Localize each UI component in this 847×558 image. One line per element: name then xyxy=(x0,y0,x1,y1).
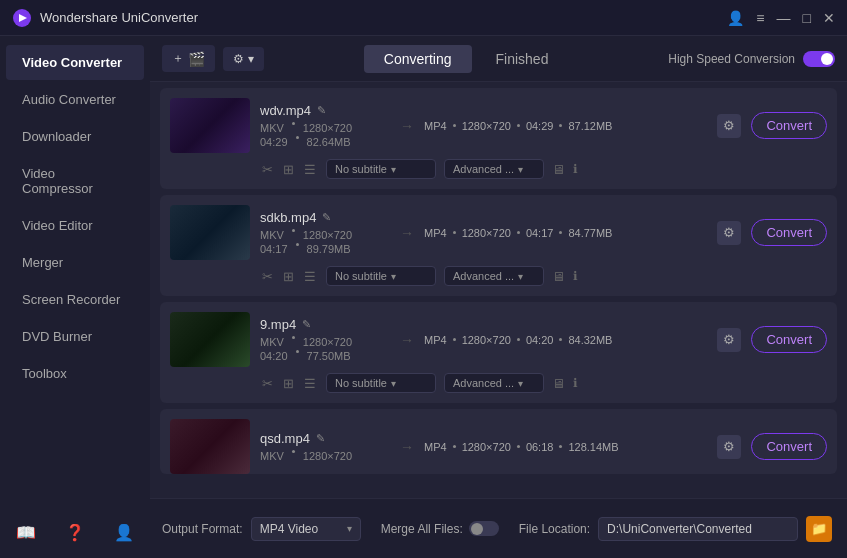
menu-icon[interactable]: ≡ xyxy=(756,10,764,26)
info-icon[interactable]: ℹ xyxy=(573,162,578,176)
src-resolution: 1280×720 xyxy=(303,122,352,134)
user-icon[interactable]: 👤 xyxy=(727,10,744,26)
tab-converting[interactable]: Converting xyxy=(364,45,472,73)
output-format-select[interactable]: MP4 Video ▾ xyxy=(251,517,361,541)
out-format: MP4 xyxy=(424,227,447,239)
sidebar-item-downloader[interactable]: Downloader xyxy=(6,119,144,154)
subtitle-select[interactable]: No subtitle ▾ xyxy=(326,266,436,286)
output-meta: MP4 1280×720 04:17 84.77MB xyxy=(424,227,612,239)
list-icon[interactable]: ☰ xyxy=(302,160,318,179)
arrow-right-icon: → xyxy=(400,118,414,134)
src-duration: 04:20 xyxy=(260,350,288,362)
out-format: MP4 xyxy=(424,334,447,346)
file-location-field: File Location: D:\UniConverter\Converted… xyxy=(519,516,832,542)
file-output: MP4 1280×720 06:18 128.14MB xyxy=(424,441,707,453)
list-icon[interactable]: ☰ xyxy=(302,374,318,393)
sidebar-item-screen-recorder[interactable]: Screen Recorder xyxy=(6,282,144,317)
sidebar-item-video-converter[interactable]: Video Converter xyxy=(6,45,144,80)
cut-icon[interactable]: ✂ xyxy=(260,267,275,286)
high-speed-toggle[interactable] xyxy=(803,51,835,67)
info-icon[interactable]: ℹ xyxy=(573,376,578,390)
sidebar-item-merger[interactable]: Merger xyxy=(6,245,144,280)
minimize-icon[interactable]: — xyxy=(777,10,791,26)
convert-button[interactable]: Convert xyxy=(751,219,827,246)
file-meta: MKV 1280×720 04:29 82.64MB xyxy=(260,122,390,148)
src-size: 82.64MB xyxy=(307,136,351,148)
advanced-select[interactable]: Advanced ... ▾ xyxy=(444,159,544,179)
src-resolution: 1280×720 xyxy=(303,336,352,348)
file-name-row: qsd.mp4 ✎ xyxy=(260,431,390,446)
out-duration: 04:29 xyxy=(526,120,554,132)
output-format-label: Output Format: xyxy=(162,522,243,536)
out-size: 84.32MB xyxy=(568,334,612,346)
files-list: wdv.mp4 ✎ MKV 1280×720 04:29 xyxy=(150,82,847,498)
list-icon[interactable]: ☰ xyxy=(302,267,318,286)
edit-icon[interactable]: ✎ xyxy=(316,432,325,445)
sidebar-item-dvd-burner[interactable]: DVD Burner xyxy=(6,319,144,354)
book-icon[interactable]: 📖 xyxy=(16,523,36,542)
chevron-down-icon: ▾ xyxy=(391,378,396,389)
edit-icon[interactable]: ✎ xyxy=(302,318,311,331)
file-item: wdv.mp4 ✎ MKV 1280×720 04:29 xyxy=(160,88,837,189)
copy-icon[interactable]: ⊞ xyxy=(281,267,296,286)
monitor-icon[interactable]: 🖥 xyxy=(552,162,565,177)
output-meta: MP4 1280×720 06:18 128.14MB xyxy=(424,441,619,453)
src-format: MKV xyxy=(260,336,284,348)
browse-folder-button[interactable]: 📁 xyxy=(806,516,832,542)
copy-icon[interactable]: ⊞ xyxy=(281,374,296,393)
monitor-icon[interactable]: 🖥 xyxy=(552,376,565,391)
monitor-icon[interactable]: 🖥 xyxy=(552,269,565,284)
file-settings-button[interactable]: ⚙ xyxy=(717,328,741,352)
file-meta: MKV 1280×720 04:20 77.50MB xyxy=(260,336,390,362)
file-item: qsd.mp4 ✎ MKV 1280×720 → xyxy=(160,409,837,474)
chevron-down-icon: ▾ xyxy=(347,523,352,534)
action-icons: ✂ ⊞ ☰ xyxy=(260,374,318,393)
file-thumbnail xyxy=(170,98,250,153)
file-row-top: qsd.mp4 ✎ MKV 1280×720 → xyxy=(170,419,827,474)
subtitle-select[interactable]: No subtitle ▾ xyxy=(326,159,436,179)
convert-button[interactable]: Convert xyxy=(751,112,827,139)
file-output: MP4 1280×720 04:20 84.32MB xyxy=(424,334,707,346)
maximize-icon[interactable]: □ xyxy=(803,10,811,26)
sidebar-item-toolbox[interactable]: Toolbox xyxy=(6,356,144,391)
advanced-select[interactable]: Advanced ... ▾ xyxy=(444,266,544,286)
info-icon[interactable]: ℹ xyxy=(573,269,578,283)
file-name: wdv.mp4 xyxy=(260,103,311,118)
merge-files-toggle[interactable] xyxy=(469,521,499,536)
add-files-button[interactable]: ＋ 🎬 xyxy=(162,45,215,72)
file-settings-button[interactable]: ⚙ xyxy=(717,114,741,138)
account-icon[interactable]: 👤 xyxy=(114,523,134,542)
sidebar-item-video-compressor[interactable]: Video Compressor xyxy=(6,156,144,206)
file-name-row: wdv.mp4 ✎ xyxy=(260,103,390,118)
settings-button[interactable]: ⚙ ▾ xyxy=(223,47,264,71)
file-location-input[interactable]: D:\UniConverter\Converted xyxy=(598,517,798,541)
convert-button[interactable]: Convert xyxy=(751,326,827,353)
out-resolution: 1280×720 xyxy=(462,120,511,132)
sidebar-item-video-editor[interactable]: Video Editor xyxy=(6,208,144,243)
advanced-select[interactable]: Advanced ... ▾ xyxy=(444,373,544,393)
sidebar-item-audio-converter[interactable]: Audio Converter xyxy=(6,82,144,117)
file-meta: MKV 1280×720 04:17 89.79MB xyxy=(260,229,390,255)
chevron-icon: ▾ xyxy=(248,52,254,66)
file-settings-button[interactable]: ⚙ xyxy=(717,435,741,459)
file-name: qsd.mp4 xyxy=(260,431,310,446)
help-icon[interactable]: ❓ xyxy=(65,523,85,542)
file-row-bottom: ✂ ⊞ ☰ No subtitle ▾ Advanced ... ▾ 🖥 ℹ xyxy=(170,373,827,393)
file-name-row: sdkb.mp4 ✎ xyxy=(260,210,390,225)
src-format: MKV xyxy=(260,122,284,134)
cut-icon[interactable]: ✂ xyxy=(260,374,275,393)
edit-icon[interactable]: ✎ xyxy=(322,211,331,224)
chevron-down-icon: ▾ xyxy=(518,164,523,175)
subtitle-select[interactable]: No subtitle ▾ xyxy=(326,373,436,393)
file-row-top: sdkb.mp4 ✎ MKV 1280×720 04:17 xyxy=(170,205,827,260)
file-row-top: 9.mp4 ✎ MKV 1280×720 04:20 xyxy=(170,312,827,367)
file-settings-button[interactable]: ⚙ xyxy=(717,221,741,245)
merge-files-field: Merge All Files: xyxy=(381,521,499,536)
copy-icon[interactable]: ⊞ xyxy=(281,160,296,179)
edit-icon[interactable]: ✎ xyxy=(317,104,326,117)
cut-icon[interactable]: ✂ xyxy=(260,160,275,179)
convert-button[interactable]: Convert xyxy=(751,433,827,460)
out-size: 128.14MB xyxy=(568,441,618,453)
close-icon[interactable]: ✕ xyxy=(823,10,835,26)
tab-finished[interactable]: Finished xyxy=(476,45,569,73)
